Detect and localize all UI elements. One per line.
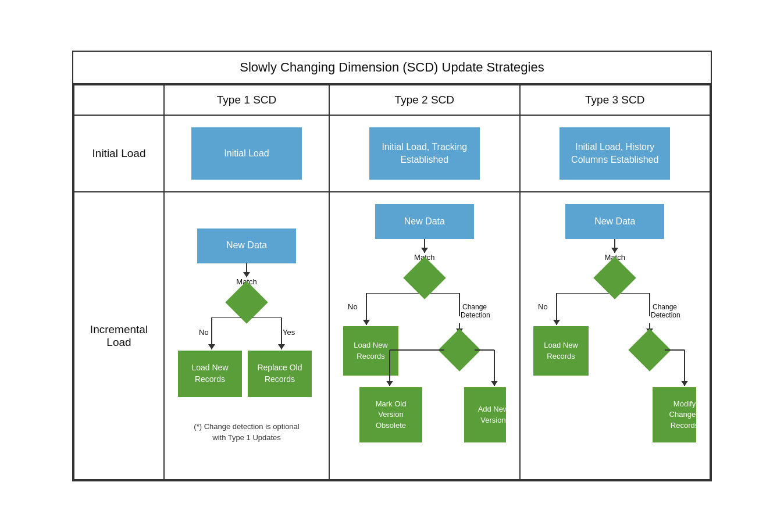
type3-diamond bbox=[600, 263, 630, 293]
type3-branch-svg: No Load New Records Change Detection bbox=[533, 293, 696, 467]
incremental-type3-cell: New Data Match No bbox=[520, 192, 710, 480]
initial-load-type2-box: Initial Load, Tracking Established bbox=[369, 127, 480, 180]
type3-load-new-box: Load New Records bbox=[533, 326, 589, 376]
svg-text:Detection: Detection bbox=[461, 311, 490, 319]
header-type1: Type 1 SCD bbox=[164, 85, 329, 115]
svg-text:Yes: Yes bbox=[283, 328, 295, 337]
type2-add-new-box: Add New Version bbox=[464, 387, 506, 442]
svg-text:No: No bbox=[199, 328, 209, 337]
incremental-type2-cell: New Data Match bbox=[329, 192, 519, 480]
main-container: Slowly Changing Dimension (SCD) Update S… bbox=[72, 51, 712, 481]
svg-text:Change: Change bbox=[653, 303, 677, 311]
svg-text:No: No bbox=[538, 302, 548, 311]
type2-arrow1 bbox=[424, 239, 425, 253]
type3-flow: New Data Match No bbox=[526, 204, 704, 467]
svg-marker-19 bbox=[386, 381, 393, 386]
type1-replace-box: Replace Old Records bbox=[248, 351, 312, 397]
initial-load-type3-cell: Initial Load, History Columns Establishe… bbox=[520, 115, 710, 192]
svg-marker-10 bbox=[363, 320, 370, 325]
type3-modify-box: Modify Changed Records bbox=[653, 387, 696, 442]
initial-load-label: Initial Load bbox=[74, 115, 164, 192]
initial-load-type2-cell: Initial Load, Tracking Established bbox=[329, 115, 519, 192]
incremental-load-label: Incremental Load bbox=[74, 192, 164, 480]
initial-load-type1-cell: Initial Load bbox=[164, 115, 329, 192]
header-empty bbox=[74, 85, 164, 115]
svg-marker-3 bbox=[208, 344, 215, 349]
svg-rect-32 bbox=[628, 329, 671, 372]
initial-load-type1-box: Initial Load bbox=[191, 127, 302, 180]
svg-marker-35 bbox=[681, 381, 688, 386]
type2-diamond bbox=[409, 263, 440, 293]
svg-marker-26 bbox=[553, 320, 560, 325]
header-type2: Type 2 SCD bbox=[329, 85, 519, 115]
type2-mark-old-box: Mark Old Version Obsolete bbox=[359, 387, 422, 442]
type1-arrow1 bbox=[246, 263, 247, 277]
incremental-type1-cell: New Data Match bbox=[164, 192, 329, 480]
svg-text:No: No bbox=[348, 302, 358, 311]
svg-marker-22 bbox=[491, 381, 498, 386]
type1-note: (*) Change detection is optional with Ty… bbox=[188, 421, 305, 444]
initial-load-type3-box: Initial Load, History Columns Establishe… bbox=[560, 127, 670, 180]
main-title: Slowly Changing Dimension (SCD) Update S… bbox=[73, 52, 711, 84]
header-type3: Type 3 SCD bbox=[520, 85, 710, 115]
svg-marker-4 bbox=[278, 344, 285, 349]
svg-text:Change: Change bbox=[462, 303, 487, 311]
type2-new-data-box: New Data bbox=[375, 204, 474, 239]
type1-flow: New Data Match bbox=[170, 228, 323, 444]
type2-flow: New Data Match bbox=[336, 204, 513, 467]
type1-new-data-box: New Data bbox=[197, 228, 296, 263]
type2-branch-svg: No Load New Records Change Detection bbox=[343, 293, 506, 467]
type1-load-new-box: Load New Records bbox=[178, 351, 242, 397]
type1-branch-svg: No Yes Load New Records Replace Old Reco… bbox=[177, 317, 316, 410]
svg-text:Detection: Detection bbox=[651, 311, 680, 319]
type3-arrow1 bbox=[614, 239, 615, 253]
type3-new-data-box: New Data bbox=[565, 204, 664, 239]
scd-table: Type 1 SCD Type 2 SCD Type 3 SCD Initial… bbox=[73, 84, 711, 480]
svg-rect-16 bbox=[438, 329, 481, 372]
type1-diamond bbox=[231, 287, 262, 317]
